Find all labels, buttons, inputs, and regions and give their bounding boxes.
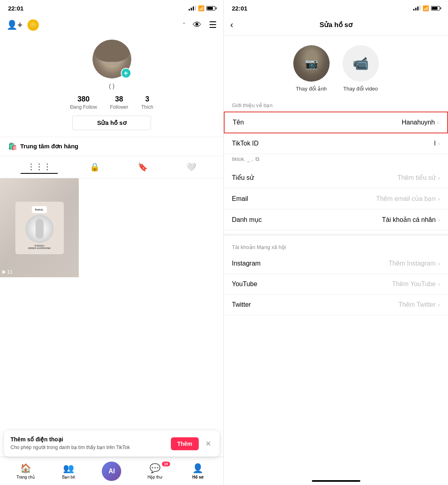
order-center[interactable]: 🛍️ Trung tâm đơn hàng <box>0 137 223 156</box>
right-panel: 22:01 📶 ‹ Sửa hồ sơ 📷 <box>224 0 448 485</box>
profile-photos-row: 📷 Thay đổi ảnh 📹 Thay đổi video <box>224 36 448 96</box>
add-user-icon[interactable]: 👤+ <box>6 20 23 30</box>
category-row[interactable]: Danh mục Tài khoản cá nhân › <box>224 209 448 230</box>
inbox-badge: 19 <box>162 462 170 466</box>
likes-label: Thích <box>141 104 154 110</box>
twitter-row[interactable]: Twitter Thêm Twitter › <box>224 295 448 315</box>
header-title: Sửa hồ sơ <box>320 21 352 29</box>
bio-chevron-icon: › <box>438 175 440 181</box>
avatar-container: + <box>93 40 131 78</box>
instagram-chevron-icon: › <box>438 260 440 267</box>
tiktok-id-value-group: l › <box>434 140 440 147</box>
eye-icon[interactable]: 👁 <box>193 20 202 30</box>
twitter-label: Twitter <box>232 301 251 308</box>
video-camera-icon: 📹 <box>353 56 369 71</box>
name-value-group: Hanahuynh › <box>402 119 439 126</box>
left-status-icons: 📶 <box>189 5 215 11</box>
top-left-actions: 👤+ 🪙 <box>6 19 39 31</box>
instagram-label: Instagram <box>232 260 261 267</box>
youtube-chevron-icon: › <box>438 281 440 287</box>
play-badge: 11 <box>2 269 13 275</box>
twitter-chevron-icon: › <box>438 302 440 308</box>
follower-label: Follower <box>110 104 128 110</box>
bottom-nav: 🏠 Trang chủ 👥 Bạn bè AI 💬 19 Hộp thư 👤 H… <box>0 457 223 485</box>
home-indicator-bar <box>312 480 360 482</box>
section-divider <box>224 234 448 236</box>
coin-badge[interactable]: 🪙 <box>27 19 39 31</box>
youtube-label: YouTube <box>232 280 257 288</box>
nav-ai[interactable]: AI <box>99 462 124 481</box>
battery-icon <box>206 6 215 11</box>
nav-friends[interactable]: 👥 Bạn bè <box>57 463 81 479</box>
notification-title: Thêm số điện thoại <box>11 436 166 443</box>
email-row[interactable]: Email Thêm email của bạn › <box>224 188 448 209</box>
right-battery-icon <box>431 6 440 11</box>
follower-stat[interactable]: 38 Follower <box>110 95 128 110</box>
tab-videos-icon[interactable]: ⋮⋮⋮ <box>21 160 58 174</box>
bio-row[interactable]: Tiểu sử Thêm tiểu sử › <box>224 167 448 188</box>
menu-icon[interactable]: ☰ <box>209 20 217 30</box>
right-status-bar: 22:01 📶 <box>224 0 448 15</box>
instagram-value: Thêm Instagram <box>389 260 435 267</box>
tiktok-id-chevron-icon: › <box>438 140 440 147</box>
video-circle: 📹 <box>343 45 379 82</box>
change-video-label: Thay đổi video <box>343 86 378 92</box>
dropdown-arrow-icon[interactable]: ˅ <box>183 22 185 28</box>
name-row[interactable]: Tên Hanahuynh › <box>224 112 448 133</box>
email-value-group: Thêm email của bạn › <box>376 195 440 202</box>
notification-desc: Cho phép người trong danh bạ tìm thấy bạ… <box>11 444 166 451</box>
stats-row: 380 Đang Follow 38 Follower 3 Thích <box>70 95 153 110</box>
likes-stat[interactable]: 3 Thích <box>141 95 154 110</box>
tiktok-id-value: l <box>434 140 436 147</box>
signal-icon <box>189 6 196 11</box>
nav-home-label: Trang chủ <box>17 475 35 479</box>
email-value: Thêm email của bạn <box>376 195 435 202</box>
email-label: Email <box>232 195 248 202</box>
content-tabs: ⋮⋮⋮ 🔒 🔖 🤍 <box>0 156 223 178</box>
twitter-value-group: Thêm Twitter › <box>398 301 440 308</box>
home-indicator <box>224 477 448 485</box>
name-chevron-icon: › <box>437 119 439 126</box>
photo-circle: 📷 <box>293 45 330 82</box>
change-video-option[interactable]: 📹 Thay đổi video <box>343 45 379 92</box>
category-value-group: Tài khoản cá nhân › <box>382 216 440 224</box>
bag-icon: 🛍️ <box>8 142 17 151</box>
tab-bookmark-icon[interactable]: 🔖 <box>131 160 154 173</box>
right-status-icons: 📶 <box>413 5 440 11</box>
profile-section: + ( ) 380 Đang Follow 38 Follower 3 Thíc… <box>0 36 223 137</box>
nav-profile[interactable]: 👤 Hồ sơ <box>186 463 210 479</box>
add-photo-button[interactable]: + <box>121 68 131 78</box>
social-section-label: Tài khoản Mạng xã hội <box>224 239 448 253</box>
photo-overlay: 📷 <box>293 45 330 82</box>
right-wifi-icon: 📶 <box>423 5 429 11</box>
notification-close-button[interactable]: ✕ <box>204 439 213 448</box>
left-panel: 22:01 📶 👤+ 🪙 ˅ 👁 ☰ <box>0 0 224 485</box>
tiktok-id-row[interactable]: TikTok ID l › <box>224 133 448 154</box>
tab-heart-icon[interactable]: 🤍 <box>180 160 203 173</box>
instagram-row[interactable]: Instagram Thêm Instagram › <box>224 253 448 274</box>
right-status-time: 22:01 <box>232 5 247 12</box>
profile-icon: 👤 <box>192 463 203 474</box>
edit-profile-button[interactable]: Sửa hồ sơ <box>72 116 151 130</box>
nav-inbox[interactable]: 💬 19 Hộp thư <box>143 463 167 479</box>
notification-add-button[interactable]: Thêm <box>171 437 199 450</box>
friends-icon: 👥 <box>63 463 74 474</box>
youtube-row[interactable]: YouTube Thêm YouTube › <box>224 274 448 295</box>
change-photo-option[interactable]: 📷 Thay đổi ảnh <box>293 45 330 92</box>
bio-value: Thêm tiểu sử <box>398 174 436 181</box>
video-view-count: 11 <box>7 269 13 275</box>
video-thumbnail[interactable]: hoco. STEREOWIRED EARPHONE 11 <box>0 178 79 277</box>
tab-lock-icon[interactable]: 🔒 <box>83 160 106 173</box>
following-stat[interactable]: 380 Đang Follow <box>70 95 97 110</box>
nav-home[interactable]: 🏠 Trang chủ <box>13 463 38 479</box>
name-label: Tên <box>233 119 244 126</box>
copy-icon[interactable]: ⧉ <box>255 156 259 162</box>
category-label: Danh mục <box>232 216 262 224</box>
back-button[interactable]: ‹ <box>230 20 233 30</box>
order-center-text: Trung tâm đơn hàng <box>20 143 78 150</box>
wifi-icon: 📶 <box>198 5 204 11</box>
ai-button[interactable]: AI <box>102 462 121 481</box>
nav-friends-label: Bạn bè <box>62 475 75 479</box>
following-count: 380 <box>78 95 90 103</box>
left-status-bar: 22:01 📶 <box>0 0 223 15</box>
